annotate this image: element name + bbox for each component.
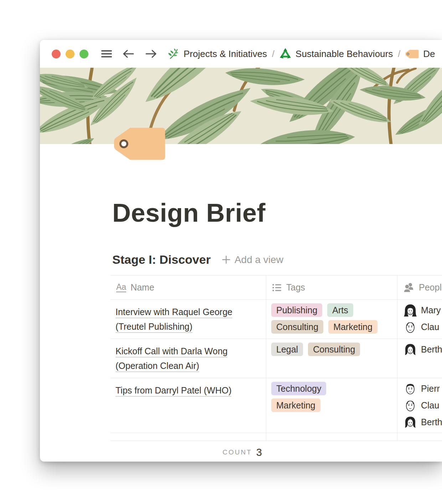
avatar	[404, 382, 417, 395]
database-table: Aa Name Tags People Interview with Raque…	[110, 275, 442, 462]
view-tab-stage-1[interactable]: Stage I: Discover	[112, 253, 211, 267]
person-chip[interactable]: Berth	[404, 341, 442, 358]
tag-pill[interactable]: Marketing	[271, 398, 320, 412]
tag-pill[interactable]: Marketing	[328, 320, 377, 334]
breadcrumb-item-design-brief[interactable]: De	[405, 48, 435, 60]
people-icon	[403, 282, 415, 293]
table-footer: COUNT 3	[110, 441, 442, 462]
table-row: Kickoff Call with Darla Wong (Operation …	[110, 339, 442, 378]
page-cover-image[interactable]	[40, 68, 442, 144]
count-label: COUNT	[222, 448, 252, 456]
person-chip[interactable]: Mary	[404, 302, 442, 319]
tag-pill[interactable]: Publishing	[271, 303, 322, 317]
cell-tags[interactable]: Publishing Arts Consulting Marketing	[266, 300, 397, 339]
tag-pill[interactable]: Consulting	[308, 343, 360, 356]
zoom-window-button[interactable]	[79, 50, 88, 58]
person-chip[interactable]: Pierr	[404, 380, 442, 397]
window-topbar: Projects & Initiatives / Sustainable Beh…	[40, 40, 442, 68]
cell-people[interactable]: Berth	[397, 339, 442, 378]
add-view-button[interactable]: Add a view	[221, 254, 283, 266]
person-chip[interactable]: Berth	[404, 414, 442, 431]
table-row: Interview with Raquel George (Treutel Pu…	[110, 300, 442, 339]
herb-icon	[168, 48, 179, 60]
column-header-people[interactable]: People	[397, 276, 442, 299]
person-name: Berth	[421, 344, 442, 355]
column-label: Name	[130, 282, 154, 293]
sidebar-menu-icon[interactable]	[101, 49, 113, 58]
recycle-icon	[279, 48, 291, 60]
table-header-row: Aa Name Tags People	[110, 275, 442, 300]
add-view-label: Add a view	[235, 254, 283, 266]
avatar	[404, 321, 417, 334]
plus-icon	[221, 255, 231, 264]
tag-icon	[405, 50, 419, 58]
person-name: Clau	[421, 400, 439, 411]
breadcrumb-item-sustainable[interactable]: Sustainable Behaviours	[279, 48, 393, 60]
person-name: Clau	[421, 322, 439, 332]
page-link[interactable]: Kickoff Call with Darla Wong (Operation …	[115, 346, 227, 372]
column-label: People	[419, 282, 442, 293]
new-row-strip[interactable]	[110, 433, 442, 441]
count-calculation[interactable]: COUNT 3	[110, 441, 266, 462]
person-name: Berth	[421, 417, 442, 427]
text-property-icon: Aa	[116, 283, 126, 292]
page-link[interactable]: Tips from Darryl Patel (WHO)	[115, 385, 231, 397]
breadcrumb-item-projects[interactable]: Projects & Initiatives	[168, 48, 267, 60]
list-icon	[272, 283, 282, 293]
page-link[interactable]: Interview with Raquel George (Treutel Pu…	[115, 307, 232, 333]
breadcrumb-label: De	[423, 48, 435, 60]
page-title[interactable]: Design Brief	[112, 198, 266, 227]
page-icon-tag[interactable]	[113, 127, 166, 161]
tag-pill[interactable]: Legal	[271, 343, 303, 356]
person-chip[interactable]: Clau	[404, 397, 442, 414]
cell-name: Tips from Darryl Patel (WHO)	[110, 378, 266, 433]
count-value: 3	[256, 447, 262, 458]
column-label: Tags	[286, 282, 305, 293]
forward-arrow-icon[interactable]	[144, 48, 158, 60]
column-header-name[interactable]: Aa Name	[110, 276, 266, 299]
column-header-tags[interactable]: Tags	[266, 276, 397, 299]
breadcrumb-label: Projects & Initiatives	[184, 48, 267, 60]
tag-pill[interactable]: Arts	[327, 303, 353, 317]
person-chip[interactable]: Clau	[404, 319, 442, 335]
avatar	[404, 416, 417, 429]
table-row: Tips from Darryl Patel (WHO) Technology …	[110, 378, 442, 433]
breadcrumb-separator: /	[272, 49, 274, 59]
breadcrumb-separator: /	[398, 49, 400, 59]
notion-window: Projects & Initiatives / Sustainable Beh…	[40, 40, 442, 462]
close-window-button[interactable]	[52, 50, 61, 58]
cell-tags[interactable]: Technology Marketing	[266, 378, 397, 433]
person-name: Pierr	[421, 384, 440, 394]
view-header: Stage I: Discover Add a view	[112, 253, 283, 267]
tag-pill[interactable]: Technology	[271, 382, 326, 395]
avatar	[404, 343, 417, 356]
breadcrumb-label: Sustainable Behaviours	[295, 48, 393, 60]
cell-name: Kickoff Call with Darla Wong (Operation …	[110, 339, 266, 378]
minimize-window-button[interactable]	[66, 50, 74, 58]
avatar	[404, 399, 417, 412]
back-arrow-icon[interactable]	[121, 48, 135, 60]
cell-people[interactable]: Mary Clau	[397, 300, 442, 339]
cell-people[interactable]: Pierr Clau Berth	[397, 378, 442, 433]
person-name: Mary	[421, 305, 441, 315]
cell-tags[interactable]: Legal Consulting	[266, 339, 397, 378]
cell-name: Interview with Raquel George (Treutel Pu…	[110, 300, 266, 339]
avatar	[404, 304, 417, 317]
tag-pill[interactable]: Consulting	[271, 320, 323, 334]
